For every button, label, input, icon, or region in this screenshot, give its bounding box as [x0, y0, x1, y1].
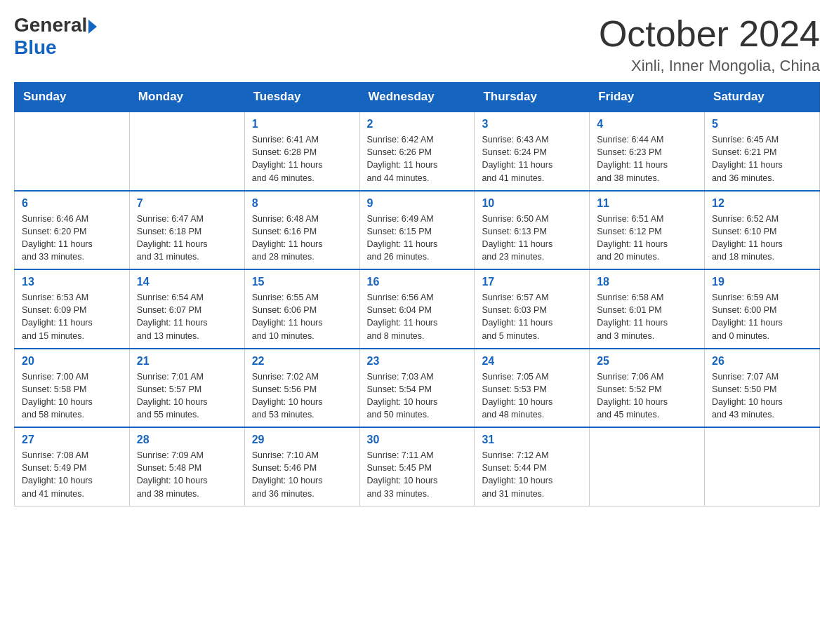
day-info: Sunrise: 6:46 AM Sunset: 6:20 PM Dayligh…: [22, 213, 122, 264]
calendar-cell: 16Sunrise: 6:56 AM Sunset: 6:04 PM Dayli…: [359, 269, 475, 349]
calendar-cell: 1Sunrise: 6:41 AM Sunset: 6:28 PM Daylig…: [244, 112, 359, 191]
day-number: 1: [252, 118, 352, 130]
logo-blue-part: [87, 17, 97, 34]
day-info: Sunrise: 6:58 AM Sunset: 6:01 PM Dayligh…: [597, 291, 697, 342]
day-info: Sunrise: 6:57 AM Sunset: 6:03 PM Dayligh…: [482, 291, 582, 342]
day-number: 24: [482, 355, 582, 368]
day-number: 21: [137, 355, 237, 368]
day-number: 26: [712, 355, 812, 368]
day-info: Sunrise: 6:48 AM Sunset: 6:16 PM Dayligh…: [252, 213, 352, 264]
day-number: 13: [22, 276, 122, 288]
month-title: October 2024: [599, 14, 820, 54]
day-info: Sunrise: 6:59 AM Sunset: 6:00 PM Dayligh…: [712, 291, 812, 342]
calendar-cell: [15, 112, 130, 191]
title-section: October 2024 Xinli, Inner Mongolia, Chin…: [599, 14, 820, 75]
day-info: Sunrise: 7:03 AM Sunset: 5:54 PM Dayligh…: [367, 370, 468, 422]
week-row-1: 1Sunrise: 6:41 AM Sunset: 6:28 PM Daylig…: [15, 112, 820, 191]
calendar-cell: 20Sunrise: 7:00 AM Sunset: 5:58 PM Dayli…: [15, 349, 130, 428]
day-info: Sunrise: 7:12 AM Sunset: 5:44 PM Dayligh…: [482, 449, 582, 500]
calendar-cell: 18Sunrise: 6:58 AM Sunset: 6:01 PM Dayli…: [590, 269, 705, 349]
calendar-cell: 11Sunrise: 6:51 AM Sunset: 6:12 PM Dayli…: [590, 191, 705, 270]
day-number: 2: [367, 118, 468, 130]
week-row-5: 27Sunrise: 7:08 AM Sunset: 5:49 PM Dayli…: [15, 427, 820, 506]
calendar-cell: 30Sunrise: 7:11 AM Sunset: 5:45 PM Dayli…: [359, 427, 475, 506]
calendar-cell: 12Sunrise: 6:52 AM Sunset: 6:10 PM Dayli…: [705, 191, 820, 270]
calendar-cell: 24Sunrise: 7:05 AM Sunset: 5:53 PM Dayli…: [475, 349, 590, 428]
day-info: Sunrise: 6:44 AM Sunset: 6:23 PM Dayligh…: [597, 133, 697, 185]
day-info: Sunrise: 6:54 AM Sunset: 6:07 PM Dayligh…: [137, 291, 237, 342]
logo-arrow-icon: [88, 20, 97, 34]
day-info: Sunrise: 7:07 AM Sunset: 5:50 PM Dayligh…: [712, 370, 812, 422]
day-info: Sunrise: 7:05 AM Sunset: 5:53 PM Dayligh…: [482, 370, 582, 422]
day-number: 9: [367, 197, 468, 210]
weekday-header-wednesday: Wednesday: [359, 83, 475, 112]
calendar-header-row: SundayMondayTuesdayWednesdayThursdayFrid…: [15, 83, 820, 112]
day-number: 14: [137, 276, 237, 288]
day-number: 5: [712, 118, 812, 130]
day-number: 29: [252, 434, 352, 446]
calendar-cell: 19Sunrise: 6:59 AM Sunset: 6:00 PM Dayli…: [705, 269, 820, 349]
day-number: 27: [22, 434, 122, 446]
day-info: Sunrise: 6:45 AM Sunset: 6:21 PM Dayligh…: [712, 133, 812, 185]
day-number: 25: [597, 355, 697, 368]
calendar-table: SundayMondayTuesdayWednesdayThursdayFrid…: [14, 82, 820, 507]
calendar-cell: 31Sunrise: 7:12 AM Sunset: 5:44 PM Dayli…: [475, 427, 590, 506]
calendar-cell: 25Sunrise: 7:06 AM Sunset: 5:52 PM Dayli…: [590, 349, 705, 428]
day-number: 17: [482, 276, 582, 288]
week-row-3: 13Sunrise: 6:53 AM Sunset: 6:09 PM Dayli…: [15, 269, 820, 349]
calendar-cell: 10Sunrise: 6:50 AM Sunset: 6:13 PM Dayli…: [475, 191, 590, 270]
day-info: Sunrise: 7:02 AM Sunset: 5:56 PM Dayligh…: [252, 370, 352, 422]
day-info: Sunrise: 7:08 AM Sunset: 5:49 PM Dayligh…: [22, 449, 122, 500]
page-header: General Blue October 2024 Xinli, Inner M…: [14, 14, 820, 75]
calendar-cell: 3Sunrise: 6:43 AM Sunset: 6:24 PM Daylig…: [475, 112, 590, 191]
day-number: 6: [22, 197, 122, 210]
day-number: 12: [712, 197, 812, 210]
weekday-header-monday: Monday: [129, 83, 244, 112]
day-number: 4: [597, 118, 697, 130]
weekday-header-tuesday: Tuesday: [244, 83, 359, 112]
calendar-cell: 28Sunrise: 7:09 AM Sunset: 5:48 PM Dayli…: [129, 427, 244, 506]
calendar-cell: 2Sunrise: 6:42 AM Sunset: 6:26 PM Daylig…: [359, 112, 475, 191]
day-info: Sunrise: 6:52 AM Sunset: 6:10 PM Dayligh…: [712, 213, 812, 264]
logo-blue-text: Blue: [14, 36, 57, 59]
day-number: 7: [137, 197, 237, 210]
day-info: Sunrise: 6:56 AM Sunset: 6:04 PM Dayligh…: [367, 291, 468, 342]
calendar-cell: 14Sunrise: 6:54 AM Sunset: 6:07 PM Dayli…: [129, 269, 244, 349]
calendar-cell: 6Sunrise: 6:46 AM Sunset: 6:20 PM Daylig…: [15, 191, 130, 270]
calendar-cell: 17Sunrise: 6:57 AM Sunset: 6:03 PM Dayli…: [475, 269, 590, 349]
day-info: Sunrise: 7:11 AM Sunset: 5:45 PM Dayligh…: [367, 449, 468, 500]
day-number: 3: [482, 118, 582, 130]
day-info: Sunrise: 6:41 AM Sunset: 6:28 PM Dayligh…: [252, 133, 352, 185]
day-number: 16: [367, 276, 468, 288]
day-info: Sunrise: 6:53 AM Sunset: 6:09 PM Dayligh…: [22, 291, 122, 342]
day-info: Sunrise: 6:50 AM Sunset: 6:13 PM Dayligh…: [482, 213, 582, 264]
weekday-header-thursday: Thursday: [475, 83, 590, 112]
calendar-cell: 13Sunrise: 6:53 AM Sunset: 6:09 PM Dayli…: [15, 269, 130, 349]
day-info: Sunrise: 7:00 AM Sunset: 5:58 PM Dayligh…: [22, 370, 122, 422]
calendar-cell: 8Sunrise: 6:48 AM Sunset: 6:16 PM Daylig…: [244, 191, 359, 270]
day-info: Sunrise: 6:49 AM Sunset: 6:15 PM Dayligh…: [367, 213, 468, 264]
calendar-cell: 26Sunrise: 7:07 AM Sunset: 5:50 PM Dayli…: [705, 349, 820, 428]
day-number: 22: [252, 355, 352, 368]
calendar-cell: 22Sunrise: 7:02 AM Sunset: 5:56 PM Dayli…: [244, 349, 359, 428]
day-number: 18: [597, 276, 697, 288]
calendar-cell: [590, 427, 705, 506]
day-number: 8: [252, 197, 352, 210]
day-info: Sunrise: 7:09 AM Sunset: 5:48 PM Dayligh…: [137, 449, 237, 500]
day-number: 20: [22, 355, 122, 368]
day-number: 10: [482, 197, 582, 210]
day-info: Sunrise: 6:55 AM Sunset: 6:06 PM Dayligh…: [252, 291, 352, 342]
day-number: 19: [712, 276, 812, 288]
calendar-cell: 21Sunrise: 7:01 AM Sunset: 5:57 PM Dayli…: [129, 349, 244, 428]
calendar-cell: 9Sunrise: 6:49 AM Sunset: 6:15 PM Daylig…: [359, 191, 475, 270]
day-number: 30: [367, 434, 468, 446]
week-row-4: 20Sunrise: 7:00 AM Sunset: 5:58 PM Dayli…: [15, 349, 820, 428]
day-info: Sunrise: 6:51 AM Sunset: 6:12 PM Dayligh…: [597, 213, 697, 264]
day-info: Sunrise: 7:10 AM Sunset: 5:46 PM Dayligh…: [252, 449, 352, 500]
day-number: 11: [597, 197, 697, 210]
day-number: 31: [482, 434, 582, 446]
calendar-cell: 4Sunrise: 6:44 AM Sunset: 6:23 PM Daylig…: [590, 112, 705, 191]
weekday-header-saturday: Saturday: [705, 83, 820, 112]
day-info: Sunrise: 6:47 AM Sunset: 6:18 PM Dayligh…: [137, 213, 237, 264]
day-info: Sunrise: 7:06 AM Sunset: 5:52 PM Dayligh…: [597, 370, 697, 422]
